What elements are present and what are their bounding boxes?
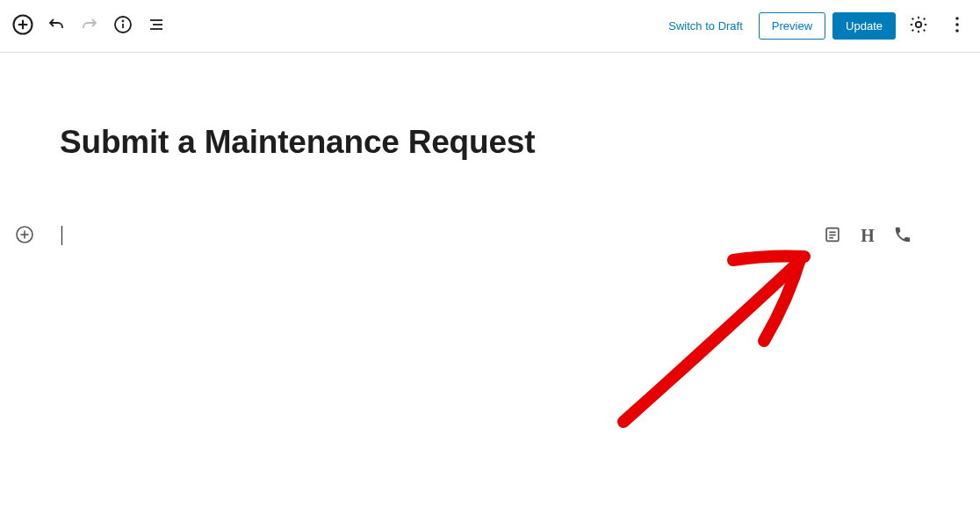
- svg-point-12: [955, 29, 959, 33]
- outline-list-button[interactable]: [141, 11, 172, 42]
- svg-point-5: [123, 21, 124, 22]
- list-icon: [146, 14, 167, 38]
- form-icon: [823, 225, 842, 247]
- plus-circle-icon: [11, 12, 35, 40]
- kebab-menu-icon: [947, 14, 968, 38]
- phone-block-shortcut[interactable]: [890, 223, 915, 248]
- more-options-button[interactable]: [941, 11, 973, 42]
- post-title-input[interactable]: [60, 123, 920, 162]
- heading-block-shortcut[interactable]: H: [855, 223, 880, 248]
- empty-paragraph-block[interactable]: H: [0, 220, 980, 251]
- redo-button[interactable]: [74, 11, 105, 42]
- add-block-toolbar-button[interactable]: [7, 11, 39, 42]
- settings-button[interactable]: [903, 11, 934, 42]
- redo-icon: [79, 14, 100, 38]
- preview-button[interactable]: Preview: [759, 12, 825, 40]
- info-circle-icon: [112, 14, 133, 38]
- undo-icon: [46, 14, 67, 38]
- editor-top-toolbar: Switch to Draft Preview Update: [0, 0, 980, 53]
- inline-add-block-button[interactable]: [11, 221, 39, 250]
- post-title-wrap: [0, 123, 980, 162]
- details-info-button[interactable]: [107, 11, 139, 42]
- text-cursor: [61, 226, 62, 245]
- phone-icon: [893, 225, 912, 247]
- toolbar-left-group: [7, 11, 172, 42]
- toolbar-right-group: Switch to Draft Preview Update: [659, 11, 973, 42]
- svg-point-10: [955, 17, 959, 20]
- annotation-arrow: [615, 246, 825, 431]
- undo-button[interactable]: [40, 11, 72, 42]
- editor-canvas: H: [0, 53, 980, 507]
- switch-to-draft-button[interactable]: Switch to Draft: [659, 14, 752, 38]
- heading-icon: H: [861, 227, 875, 244]
- update-button[interactable]: Update: [832, 12, 896, 40]
- plus-circle-icon: [14, 224, 35, 248]
- form-block-shortcut[interactable]: [820, 223, 845, 248]
- svg-point-11: [955, 23, 959, 26]
- gear-icon: [908, 14, 929, 38]
- svg-point-9: [916, 22, 921, 27]
- block-shortcut-icons: H: [820, 223, 920, 248]
